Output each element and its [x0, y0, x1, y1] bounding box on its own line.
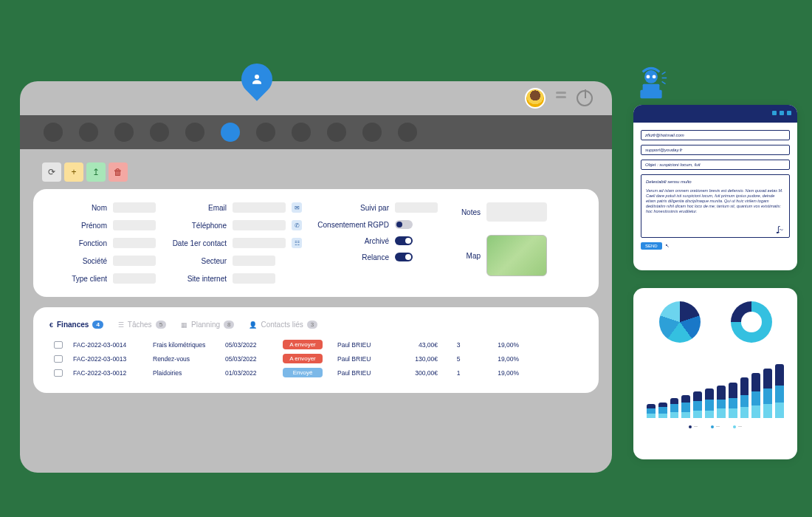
label-relance: Relance: [315, 253, 389, 261]
label-archive: Archivé: [315, 237, 389, 245]
donut-chart: [731, 301, 772, 343]
document-icon: [54, 355, 63, 363]
bar-chart: [644, 356, 787, 418]
subtab-finances[interactable]: €Finances4: [49, 321, 103, 329]
toggle-archive[interactable]: [395, 236, 413, 245]
email-header: [633, 105, 797, 123]
toggle-consentement[interactable]: [395, 220, 413, 229]
subtab-planning[interactable]: ▦Planning8: [181, 321, 234, 329]
label-site: Site internet: [169, 275, 227, 283]
input-fonction[interactable]: [113, 238, 156, 248]
table-row[interactable]: FAC-2022-03-0013Rendez-vous05/03/2022 A …: [49, 352, 582, 366]
tab-7[interactable]: [256, 123, 275, 142]
label-date-contact: Date 1er contact: [169, 239, 227, 247]
email-subject-field[interactable]: Objet : suspicioni locum, fuit: [641, 160, 790, 170]
input-secteur[interactable]: [233, 256, 275, 266]
tab-6-active[interactable]: [221, 123, 240, 142]
input-suivi[interactable]: [395, 202, 438, 213]
toggle-relance[interactable]: [395, 253, 413, 261]
subtab-taches[interactable]: ☰Tâches5: [118, 321, 166, 329]
subtabs: €Finances4 ☰Tâches5 ▦Planning8 👤Contacts…: [49, 321, 582, 329]
label-fonction: Fonction: [49, 239, 107, 247]
subtab-contacts[interactable]: 👤Contacts liés3: [249, 321, 317, 329]
table-row[interactable]: FAC-2022-03-0014Frais kilométriques05/03…: [49, 338, 582, 352]
titlebar: [20, 81, 612, 115]
input-nom[interactable]: [113, 202, 156, 213]
input-site[interactable]: [233, 273, 275, 284]
input-societe[interactable]: [113, 256, 156, 266]
email-to-field[interactable]: support@youday.fr: [641, 145, 790, 155]
add-button[interactable]: +: [64, 162, 83, 182]
signature-icon: ʆ~: [777, 225, 783, 234]
document-icon: [54, 369, 63, 377]
badge-finances: 4: [92, 321, 103, 329]
tasks-icon: ☰: [118, 321, 124, 329]
planning-icon: ▦: [181, 321, 187, 329]
tab-3[interactable]: [114, 123, 134, 142]
finances-card: €Finances4 ☰Tâches5 ▦Planning8 👤Contacts…: [33, 307, 599, 393]
refresh-button[interactable]: ⟳: [42, 162, 61, 182]
svg-rect-2: [643, 84, 660, 92]
email-from-field[interactable]: zfkzfr@hotmail.com: [641, 130, 790, 140]
tab-10[interactable]: [362, 123, 382, 142]
tab-4[interactable]: [150, 123, 169, 142]
label-prenom: Prénom: [49, 222, 107, 230]
svg-line-8: [662, 81, 666, 83]
tab-11[interactable]: [398, 123, 417, 142]
svg-point-5: [653, 75, 656, 78]
window-controls: [772, 111, 791, 115]
label-type-client: Type client: [49, 275, 107, 283]
delete-button[interactable]: 🗑: [109, 162, 128, 182]
input-telephone[interactable]: [233, 220, 286, 230]
user-menu-icon[interactable]: [556, 92, 566, 98]
tab-strip: [20, 115, 612, 149]
label-suivi: Suivi par: [315, 204, 389, 212]
tab-9[interactable]: [327, 123, 346, 142]
contact-form-card: Nom Prénom Fonction Société Type client …: [33, 189, 599, 297]
cursor-icon: ↖: [665, 243, 670, 249]
label-secteur: Secteur: [169, 257, 227, 265]
pie-chart: [659, 301, 701, 343]
label-nom: Nom: [49, 204, 107, 212]
calendar-icon[interactable]: ☷: [292, 238, 302, 248]
euro-icon: €: [49, 321, 53, 329]
input-email[interactable]: [233, 202, 286, 213]
badge-planning: 8: [224, 321, 234, 329]
label-telephone: Téléphone: [169, 222, 227, 230]
table-row[interactable]: FAC-2022-03-0012Plaidoiries01/03/2022 En…: [49, 366, 582, 380]
badge-taches: 5: [156, 321, 166, 329]
tab-8[interactable]: [292, 123, 311, 142]
finances-table: FAC-2022-03-0014Frais kilométriques05/03…: [49, 338, 582, 380]
label-map: Map: [451, 252, 481, 260]
svg-point-4: [647, 75, 650, 78]
document-icon: [54, 341, 63, 349]
map-thumbnail[interactable]: [486, 235, 547, 276]
contacts-icon: 👤: [249, 321, 257, 329]
chart-legend: — — —: [644, 424, 787, 428]
email-icon[interactable]: ✉: [292, 202, 302, 213]
email-panel: zfkzfr@hotmail.com support@youday.fr Obj…: [633, 105, 797, 270]
toolbar: ⟳ + ↥ 🗑: [20, 149, 612, 189]
email-message-body[interactable]: Delestabili sensu multo Verum ad istam o…: [641, 174, 790, 238]
label-email: Email: [169, 204, 227, 212]
app-window: ⟳ + ↥ 🗑 Nom Prénom Fonction Société Type…: [20, 81, 612, 473]
user-avatar[interactable]: [525, 88, 546, 109]
power-icon[interactable]: [577, 90, 593, 106]
input-type-client[interactable]: [113, 273, 156, 284]
import-button[interactable]: ↥: [86, 162, 106, 182]
svg-point-0: [255, 75, 259, 79]
tab-2[interactable]: [79, 123, 98, 142]
send-button[interactable]: SEND: [641, 242, 662, 250]
label-notes: Notes: [451, 208, 481, 216]
input-prenom[interactable]: [113, 220, 156, 230]
phone-icon[interactable]: ✆: [292, 220, 302, 230]
tab-5[interactable]: [185, 123, 204, 142]
input-date-contact[interactable]: [233, 238, 286, 248]
label-consentement: Consentement RGPD: [315, 221, 389, 229]
tab-1[interactable]: [44, 123, 63, 142]
chart-panel: — — —: [633, 288, 797, 459]
input-notes[interactable]: [486, 202, 547, 222]
badge-contacts: 3: [307, 321, 317, 329]
label-societe: Société: [49, 257, 107, 265]
hacker-icon: [632, 64, 670, 102]
